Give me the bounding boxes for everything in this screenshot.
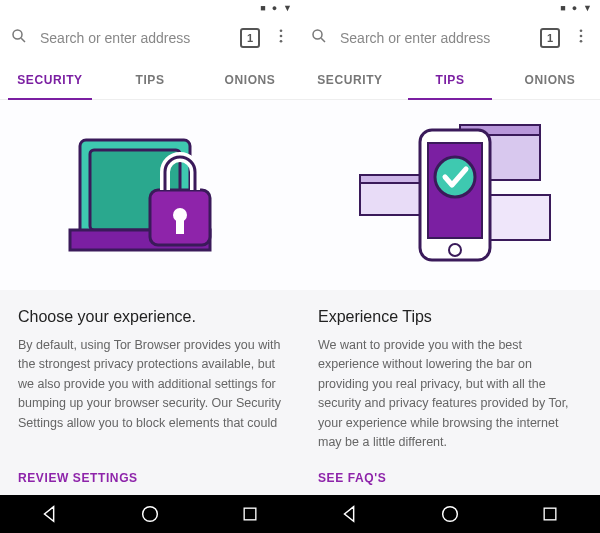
status-icon: ● [272, 4, 277, 13]
hero-illustration [300, 100, 600, 290]
hero-illustration [0, 100, 300, 290]
overflow-menu-icon[interactable] [272, 27, 290, 49]
tabs-count-button[interactable]: 1 [540, 28, 560, 48]
cta-see-faqs[interactable]: SEE FAQ'S [318, 471, 582, 485]
svg-rect-28 [544, 508, 556, 520]
status-icon: ▼ [583, 4, 592, 13]
nav-recent-icon[interactable] [530, 499, 570, 529]
android-nav-bar [0, 495, 300, 533]
svg-point-2 [280, 29, 283, 32]
svg-rect-10 [176, 220, 184, 234]
page-heading: Experience Tips [318, 308, 582, 326]
content-body: Choose your experience. By default, usin… [0, 290, 300, 495]
status-bar: ■ ● ▼ [300, 0, 600, 16]
tab-label: SECURITY [317, 73, 382, 87]
svg-rect-21 [360, 175, 420, 183]
svg-rect-12 [244, 508, 256, 520]
status-icon: ● [572, 4, 577, 13]
svg-point-0 [13, 30, 22, 39]
status-icon: ■ [560, 4, 565, 13]
status-icon: ■ [260, 4, 265, 13]
tab-bar: SECURITY TIPS ONIONS [0, 60, 300, 100]
tab-onions[interactable]: ONIONS [200, 60, 300, 99]
tab-label: SECURITY [17, 73, 82, 87]
status-icon: ▼ [283, 4, 292, 13]
screen-security: ■ ● ▼ Search or enter address 1 SECURITY… [0, 0, 300, 533]
screen-tips: ■ ● ▼ Search or enter address 1 SECURITY… [300, 0, 600, 533]
svg-point-27 [443, 507, 458, 522]
tab-label: TIPS [435, 73, 464, 87]
svg-point-16 [580, 35, 583, 38]
svg-point-13 [313, 30, 322, 39]
search-icon[interactable] [10, 27, 28, 49]
tab-tips[interactable]: TIPS [400, 60, 500, 99]
svg-line-14 [321, 38, 325, 42]
svg-point-26 [435, 157, 475, 197]
tabs-count-button[interactable]: 1 [240, 28, 260, 48]
svg-line-1 [21, 38, 25, 42]
tab-label: ONIONS [225, 73, 276, 87]
nav-recent-icon[interactable] [230, 499, 270, 529]
nav-home-icon[interactable] [130, 499, 170, 529]
tab-onions[interactable]: ONIONS [500, 60, 600, 99]
nav-back-icon[interactable] [330, 499, 370, 529]
browser-toolbar: Search or enter address 1 [300, 16, 600, 60]
svg-point-4 [280, 40, 283, 43]
tab-label: TIPS [135, 73, 164, 87]
tab-security[interactable]: SECURITY [300, 60, 400, 99]
nav-home-icon[interactable] [430, 499, 470, 529]
search-input[interactable]: Search or enter address [340, 30, 528, 46]
page-body-text: By default, using Tor Browser provides y… [18, 336, 282, 461]
cta-review-settings[interactable]: REVIEW SETTINGS [18, 471, 282, 485]
android-nav-bar [300, 495, 600, 533]
svg-point-9 [173, 208, 187, 222]
tab-label: ONIONS [525, 73, 576, 87]
page-heading: Choose your experience. [18, 308, 282, 326]
tab-tips[interactable]: TIPS [100, 60, 200, 99]
svg-point-25 [449, 244, 461, 256]
search-icon[interactable] [310, 27, 328, 49]
content-body: Experience Tips We want to provide you w… [300, 290, 600, 495]
browser-toolbar: Search or enter address 1 [0, 16, 300, 60]
status-bar: ■ ● ▼ [0, 0, 300, 16]
svg-point-17 [580, 40, 583, 43]
nav-back-icon[interactable] [30, 499, 70, 529]
tab-bar: SECURITY TIPS ONIONS [300, 60, 600, 100]
svg-point-3 [280, 35, 283, 38]
svg-point-15 [580, 29, 583, 32]
page-body-text: We want to provide you with the best exp… [318, 336, 582, 461]
tab-security[interactable]: SECURITY [0, 60, 100, 99]
svg-rect-22 [490, 195, 550, 240]
svg-point-11 [143, 507, 158, 522]
overflow-menu-icon[interactable] [572, 27, 590, 49]
search-input[interactable]: Search or enter address [40, 30, 228, 46]
